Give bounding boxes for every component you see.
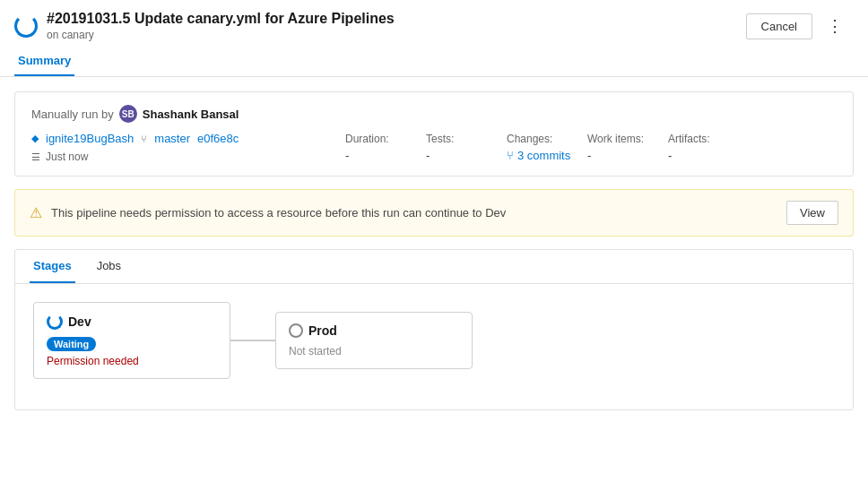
- warning-left: ⚠ This pipeline needs permission to acce…: [30, 204, 506, 221]
- nav-tabs: Summary: [0, 47, 868, 77]
- prod-stage-name: Prod: [308, 323, 337, 338]
- stat-artifacts: Artifacts: -: [668, 133, 749, 162]
- header-left: #20191031.5 Update canary.yml for Azure …: [14, 11, 395, 41]
- summary-card: Manually run by SB Shashank Bansal ◆ ign…: [14, 91, 854, 177]
- tests-label: Tests:: [426, 133, 507, 145]
- avatar: SB: [119, 105, 137, 123]
- tag-name[interactable]: ignite19BugBash: [46, 132, 134, 145]
- stage-header-dev: Dev: [47, 314, 217, 330]
- header-right: Cancel ⋮: [746, 13, 850, 39]
- duration-value: -: [345, 149, 426, 162]
- stages-section: Stages Jobs Dev Waiting Permission need: [14, 249, 854, 410]
- tab-stages[interactable]: Stages: [30, 250, 75, 283]
- stat-duration: Duration: -: [345, 133, 426, 162]
- tab-jobs[interactable]: Jobs: [93, 250, 125, 283]
- workitems-value: -: [587, 149, 668, 162]
- workitems-label: Work items:: [587, 133, 668, 145]
- git-icon: ⑂: [141, 134, 147, 144]
- run-time: Just now: [46, 151, 88, 163]
- changes-value[interactable]: ⑂ 3 commits: [507, 149, 587, 162]
- time-row: ☰ Just now: [31, 151, 345, 163]
- changes-label: Changes:: [507, 133, 587, 145]
- stat-tests: Tests: -: [426, 133, 507, 162]
- artifacts-label: Artifacts:: [668, 133, 749, 145]
- stat-workitems: Work items: -: [587, 133, 668, 162]
- calendar-icon: ☰: [31, 151, 40, 163]
- run-by-name: Shashank Bansal: [143, 108, 239, 121]
- stage-header-prod: Prod: [289, 323, 459, 338]
- warning-icon: ⚠: [30, 204, 42, 221]
- stages-pipeline: Dev Waiting Permission needed Prod Not: [33, 302, 835, 379]
- artifacts-value: -: [668, 149, 749, 162]
- meta-row: ◆ ignite19BugBash ⑂ master e0f6e8c ☰ Jus…: [31, 132, 837, 163]
- dev-waiting-badge: Waiting: [47, 337, 96, 351]
- stage-card-dev[interactable]: Dev Waiting Permission needed: [33, 302, 230, 379]
- stages-tabs: Stages Jobs: [15, 250, 853, 284]
- dev-status-icon: [47, 314, 63, 330]
- diamond-icon: ◆: [31, 133, 39, 144]
- dev-sub-text: Permission needed: [47, 355, 217, 367]
- stats-row: Duration: - Tests: - Changes: ⑂ 3 commit…: [345, 133, 837, 162]
- warning-text: This pipeline needs permission to access…: [51, 206, 506, 220]
- branch-name[interactable]: master: [154, 132, 190, 145]
- commits-icon: ⑂: [507, 149, 514, 162]
- tab-summary[interactable]: Summary: [14, 47, 74, 76]
- prod-not-started-text: Not started: [289, 345, 459, 357]
- main-content: Manually run by SB Shashank Bansal ◆ ign…: [0, 77, 868, 425]
- stat-changes: Changes: ⑂ 3 commits: [507, 133, 587, 162]
- page-subtitle: on canary: [47, 29, 395, 41]
- dev-stage-name: Dev: [68, 314, 91, 329]
- cancel-button[interactable]: Cancel: [746, 13, 812, 39]
- tests-value: -: [426, 149, 507, 162]
- duration-label: Duration:: [345, 133, 426, 145]
- warning-banner: ⚠ This pipeline needs permission to acce…: [14, 189, 854, 237]
- view-button[interactable]: View: [786, 201, 838, 225]
- ellipsis-icon: ⋮: [827, 17, 843, 35]
- stage-card-prod[interactable]: Prod Not started: [275, 312, 473, 369]
- run-by-row: Manually run by SB Shashank Bansal: [31, 105, 837, 123]
- meta-left: ◆ ignite19BugBash ⑂ master e0f6e8c ☰ Jus…: [31, 132, 345, 163]
- commit-hash[interactable]: e0f6e8c: [197, 132, 239, 145]
- stage-connector: [230, 340, 275, 341]
- stages-content: Dev Waiting Permission needed Prod Not: [15, 284, 853, 409]
- title-area: #20191031.5 Update canary.yml for Azure …: [47, 11, 395, 41]
- prod-status-icon: [289, 323, 303, 338]
- page-title: #20191031.5 Update canary.yml for Azure …: [47, 11, 395, 27]
- run-by-label: Manually run by: [31, 108, 114, 121]
- branch-info: ◆ ignite19BugBash ⑂ master e0f6e8c: [31, 132, 345, 145]
- page-header: #20191031.5 Update canary.yml for Azure …: [0, 0, 868, 47]
- more-options-button[interactable]: ⋮: [820, 13, 850, 39]
- run-status-icon: [14, 14, 38, 38]
